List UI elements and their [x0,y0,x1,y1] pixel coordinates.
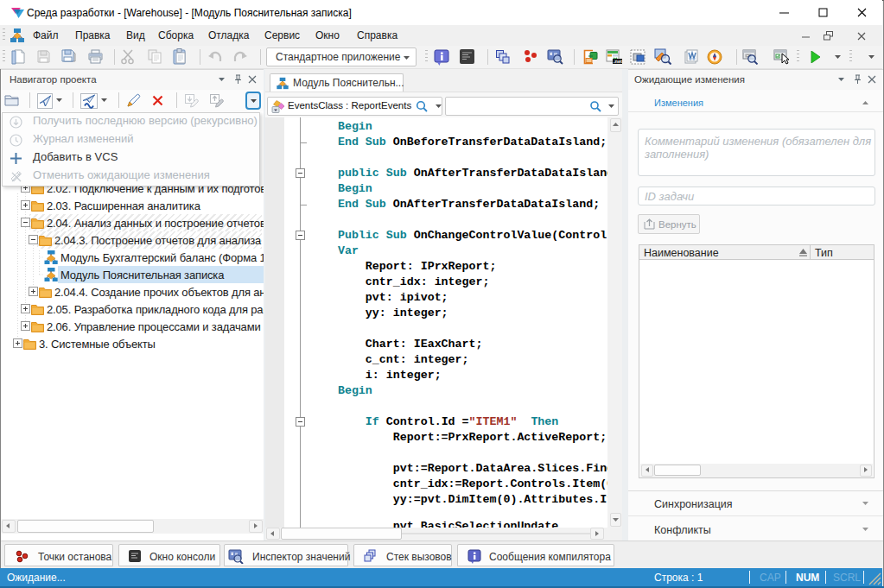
svg-text:.net: .net [614,59,622,64]
